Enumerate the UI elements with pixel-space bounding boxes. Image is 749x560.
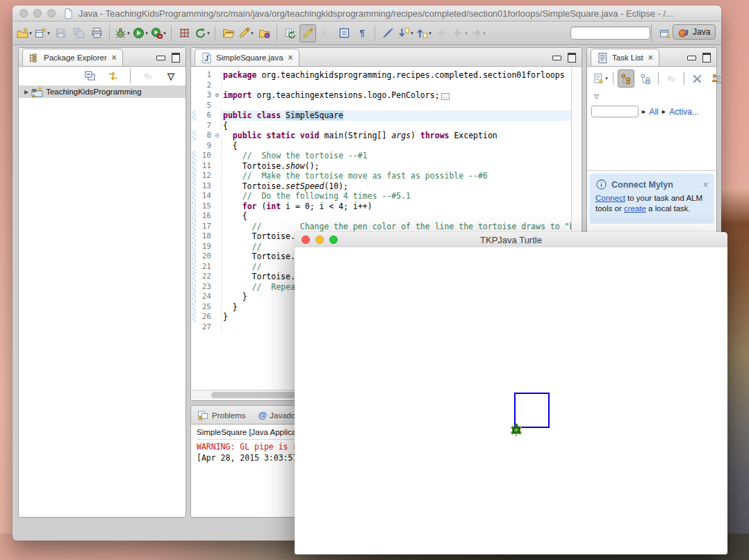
collapse-all-button[interactable] [81, 67, 98, 85]
turtle-titlebar[interactable]: TKPJava Turtle [295, 232, 727, 248]
link-editor-gold-button[interactable] [104, 67, 121, 85]
close-tab-icon[interactable]: × [288, 53, 293, 63]
open-perspective-button[interactable] [657, 24, 673, 42]
run-external-button[interactable]: ▾ [150, 24, 167, 42]
svg-text:J: J [684, 28, 689, 36]
prev-annotation-button[interactable]: ▾ [415, 24, 432, 42]
tab-problems[interactable]: Problems [191, 406, 252, 424]
filter-all-link[interactable]: All [649, 107, 658, 117]
toolbar-search-input[interactable] [570, 26, 650, 40]
hide-completed-button[interactable] [689, 69, 705, 88]
save-all-icon [73, 27, 85, 39]
create-link[interactable]: create [624, 204, 646, 213]
open-type-button[interactable] [256, 24, 272, 42]
minimize-view-button[interactable] [552, 56, 561, 60]
format-button[interactable]: ¶ [354, 24, 370, 42]
code-line[interactable]: 5 [192, 101, 571, 111]
zoom-button[interactable] [47, 9, 56, 17]
code-text: public class SimpleSquare [222, 110, 571, 121]
toolbar-separator [684, 72, 684, 85]
line-number: 12 [196, 171, 213, 181]
fold-toggle-icon[interactable]: ⊖ [213, 131, 222, 141]
view-window-buttons [156, 53, 180, 63]
connect-link[interactable]: Connect [595, 194, 625, 202]
code-line[interactable]: 12 // Make the tortoise move as fast as … [192, 171, 571, 181]
code-line[interactable]: 13 Tortoise.setSpeed(10); [192, 181, 571, 192]
eclipse-titlebar[interactable]: Java - TeachingKidsProgramming/src/main/… [13, 6, 721, 22]
minimize-button[interactable] [33, 9, 42, 17]
minimize-view-button[interactable] [687, 56, 696, 60]
expand-arrow-icon[interactable]: ▶ [24, 89, 28, 95]
print-icon [91, 27, 103, 39]
task-repositories-button[interactable] [281, 24, 298, 42]
new-java-project-button[interactable]: ▾ [34, 24, 51, 42]
fold-toggle-icon[interactable]: ⊕ [213, 90, 222, 101]
line-number: 18 [196, 231, 213, 242]
people-button[interactable] [708, 69, 721, 88]
line-number: 26 [196, 312, 213, 322]
grid-button[interactable] [176, 24, 192, 42]
tab-task-list[interactable]: Task List × [591, 49, 659, 66]
new-task-button[interactable]: ▾ [592, 69, 609, 88]
dropdown-arrow-icon: ▾ [163, 31, 166, 36]
next-annotation-button[interactable]: ▾ [397, 24, 414, 42]
code-line[interactable]: 11 Tortoise.show(); [192, 161, 571, 172]
task-list-toolbar: ▾ [587, 67, 716, 89]
cat-tree-button[interactable] [618, 69, 634, 88]
line-number: 19 [196, 242, 213, 252]
view-menu-icon[interactable]: ▽ [594, 93, 599, 100]
code-line[interactable]: 16 { [192, 211, 571, 222]
close-button[interactable] [302, 236, 310, 244]
code-line[interactable]: 7{ [192, 121, 571, 131]
javadoc-icon: @ [258, 411, 268, 420]
toolbar-separator [277, 26, 277, 41]
tab-simplesquare-java[interactable]: J SimpleSquare.java × [195, 49, 299, 66]
code-line[interactable]: 3⊕import org.teachingextensions.logo.Pen… [192, 90, 571, 101]
code-line[interactable]: 14 // Do the following 4 times --#5.1 [192, 191, 571, 201]
java-perspective-button[interactable]: J Java [673, 24, 716, 40]
task-search-input[interactable] [591, 106, 639, 117]
run-button[interactable]: ▾ [132, 24, 149, 42]
code-line[interactable]: 15 for (int i = 0; i < 4; i++) [192, 201, 571, 212]
dropdown-arrow-icon: ▾ [29, 31, 32, 36]
view-menu-button[interactable]: ▽ [163, 67, 179, 85]
code-line[interactable]: 2 [192, 81, 571, 91]
code-line[interactable]: 6public class SimpleSquare [192, 110, 571, 121]
show-source-button[interactable] [336, 24, 352, 42]
problems-tab-icon [197, 409, 209, 421]
mylyn-close-icon[interactable]: × [703, 180, 708, 190]
link-editor-off-button[interactable] [379, 24, 396, 42]
minimize-button[interactable] [315, 236, 324, 244]
sched-tree-button[interactable] [637, 69, 654, 88]
code-text: Tortoise.show(); [222, 161, 571, 172]
project-tree-row[interactable]: ▶ M TeachingKidsProgramming [19, 85, 186, 98]
close-button[interactable] [19, 9, 28, 17]
new-wizard-button[interactable]: ▾ [16, 24, 33, 42]
task-view-menu-row: ▽ [587, 89, 716, 103]
toolbar-separator [215, 26, 215, 41]
open-folder-button[interactable] [220, 24, 236, 42]
maximize-view-button[interactable] [172, 53, 180, 63]
maximize-view-button[interactable] [568, 53, 576, 63]
back-icon [452, 27, 464, 39]
mark-occurrences-button[interactable] [299, 24, 316, 42]
code-line[interactable]: 9 { [192, 141, 571, 151]
zoom-button[interactable] [329, 236, 338, 244]
coverage-button[interactable]: ▾ [194, 24, 211, 42]
code-line[interactable]: 17 // Change the pen color of the line t… [192, 222, 571, 232]
search-button[interactable]: ▾ [238, 24, 254, 42]
maximize-view-button[interactable] [702, 53, 711, 63]
filter-activate-link[interactable]: Activa... [669, 107, 699, 117]
close-tab-icon[interactable]: × [648, 53, 653, 63]
code-line[interactable]: 10 // Show the tortoise --#1 [192, 151, 571, 161]
collapse-all-icon [84, 70, 96, 82]
code-line[interactable]: 1package org.teachingkidsprogramming.rec… [192, 70, 571, 81]
tab-label: Problems [212, 411, 246, 420]
minimize-view-button[interactable] [156, 56, 165, 60]
debug-button[interactable]: ▾ [114, 24, 131, 42]
print-button[interactable] [88, 24, 105, 42]
code-line[interactable]: 8⊖ public static void main(String[] args… [192, 131, 571, 141]
mylyn-notification: Connect Mylyn × Connect to your task and… [589, 174, 714, 224]
tab-package-explorer[interactable]: Package Explorer × [22, 49, 123, 66]
close-tab-icon[interactable]: × [112, 53, 117, 63]
